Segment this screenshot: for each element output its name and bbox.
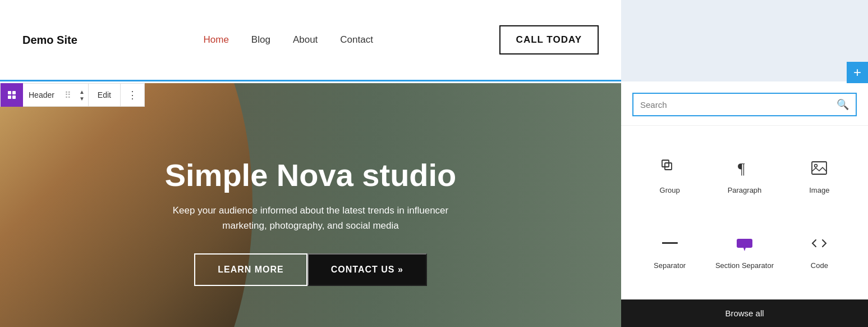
hero-section: Simple Nova studio Keep your audience in… bbox=[0, 83, 621, 327]
widgets-grid: Group ¶ Paragraph Image bbox=[621, 126, 868, 299]
svg-rect-2 bbox=[8, 96, 11, 99]
svg-rect-5 bbox=[665, 163, 672, 170]
svg-rect-7 bbox=[812, 162, 826, 174]
toolbar-label: Header bbox=[23, 90, 60, 99]
call-today-button[interactable]: CALL TODAY bbox=[499, 25, 599, 54]
svg-rect-4 bbox=[662, 160, 669, 167]
widget-group-label: Group bbox=[660, 186, 680, 194]
widget-image-label: Image bbox=[809, 186, 829, 194]
nav-contact[interactable]: Contact bbox=[340, 34, 373, 46]
hero-title: Simple Nova studio bbox=[154, 158, 468, 193]
toolbar-more-button[interactable]: ⋮ bbox=[121, 89, 144, 101]
svg-point-8 bbox=[815, 164, 818, 167]
widgets-panel: 🔍 Group ¶ Paragraph bbox=[621, 81, 868, 327]
hero-buttons: LEARN MORE CONTACT US » bbox=[154, 253, 468, 286]
toolbar-arrows[interactable]: ▲ ▼ bbox=[76, 89, 88, 102]
widget-code[interactable]: Code bbox=[782, 213, 857, 289]
hero-subtitle: Keep your audience informed about the la… bbox=[154, 203, 468, 233]
drag-handle[interactable]: ⠿ bbox=[60, 90, 76, 101]
add-section-button[interactable]: + bbox=[847, 62, 868, 83]
nav-links: Home Blog About Contact bbox=[204, 34, 373, 46]
separator-icon bbox=[658, 231, 682, 256]
widget-separator[interactable]: Separator bbox=[632, 213, 707, 289]
site-title: Demo Site bbox=[22, 34, 77, 47]
header-bg-ext bbox=[621, 0, 868, 81]
nav-blog[interactable]: Blog bbox=[251, 34, 270, 46]
header: Demo Site Home Blog About Contact CALL T… bbox=[0, 0, 621, 81]
widget-code-label: Code bbox=[811, 261, 828, 270]
svg-text:¶: ¶ bbox=[738, 160, 745, 177]
search-input[interactable] bbox=[640, 100, 837, 110]
search-icon: 🔍 bbox=[837, 98, 849, 111]
toolbar-block-icon bbox=[1, 83, 23, 107]
code-icon bbox=[807, 231, 832, 256]
widget-paragraph[interactable]: ¶ Paragraph bbox=[707, 137, 782, 213]
search-box: 🔍 bbox=[632, 93, 857, 116]
contact-us-button[interactable]: CONTACT US » bbox=[307, 253, 427, 286]
widget-group[interactable]: Group bbox=[632, 137, 707, 213]
hero-content: Simple Nova studio Keep your audience in… bbox=[154, 158, 468, 286]
svg-rect-3 bbox=[12, 96, 16, 99]
widget-separator-label: Separator bbox=[654, 261, 686, 270]
widget-paragraph-label: Paragraph bbox=[728, 186, 762, 194]
svg-rect-10 bbox=[662, 242, 665, 244]
search-container: 🔍 bbox=[621, 81, 868, 126]
widget-image[interactable]: Image bbox=[782, 137, 857, 213]
widget-section-separator[interactable]: Section Separator bbox=[707, 213, 782, 289]
svg-rect-0 bbox=[8, 91, 11, 94]
svg-rect-11 bbox=[737, 239, 752, 248]
nav-home[interactable]: Home bbox=[204, 34, 229, 46]
nav-about[interactable]: About bbox=[293, 34, 318, 46]
header-toolbar: Header ⠿ ▲ ▼ Edit ⋮ bbox=[0, 83, 145, 107]
image-icon bbox=[807, 156, 832, 180]
widget-section-separator-label: Section Separator bbox=[715, 261, 774, 270]
browse-all-button[interactable]: Browse all bbox=[621, 299, 868, 327]
section-separator-icon bbox=[732, 231, 757, 256]
learn-more-button[interactable]: LEARN MORE bbox=[194, 253, 307, 286]
group-icon bbox=[658, 156, 682, 180]
svg-rect-1 bbox=[12, 91, 16, 94]
paragraph-icon: ¶ bbox=[732, 156, 757, 180]
toolbar-edit-button[interactable]: Edit bbox=[88, 84, 121, 106]
